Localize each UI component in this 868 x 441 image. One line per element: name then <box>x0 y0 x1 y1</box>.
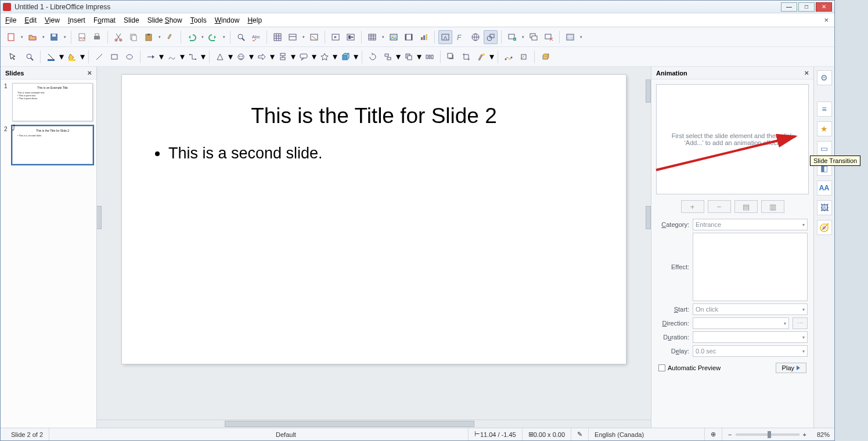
cut-button[interactable] <box>111 30 125 44</box>
animation-move-down-button[interactable]: ▥ <box>761 200 784 213</box>
slide-layout-dropdown[interactable]: ▾ <box>578 30 584 44</box>
save-dropdown[interactable]: ▾ <box>62 30 67 44</box>
start-first-button[interactable] <box>329 30 343 44</box>
animation-move-up-button[interactable]: ▤ <box>734 200 758 213</box>
navigator-tab-icon[interactable]: 🧭 <box>817 220 832 235</box>
new-slide-button[interactable]: + <box>505 30 519 44</box>
insert-av-button[interactable] <box>402 30 416 44</box>
start-current-button[interactable] <box>344 30 358 44</box>
menu-file[interactable]: File <box>5 16 16 24</box>
stars-dropdown[interactable]: ▾ <box>333 51 337 62</box>
paste-dropdown[interactable]: ▾ <box>157 30 162 44</box>
select-tool-button[interactable] <box>4 48 21 66</box>
gluepoints-button[interactable] <box>517 50 531 64</box>
flowchart-dropdown[interactable]: ▾ <box>291 51 296 62</box>
zoom-slider[interactable]: −+ <box>722 428 812 440</box>
menu-edit[interactable]: Edit <box>24 16 37 24</box>
new-button[interactable] <box>4 30 18 44</box>
collapse-handle-left[interactable] <box>97 206 102 229</box>
effect-list[interactable] <box>693 233 808 301</box>
connectors-button[interactable] <box>186 50 200 64</box>
arrange-dropdown[interactable]: ▾ <box>417 51 422 62</box>
filter-dropdown[interactable]: ▾ <box>489 51 494 62</box>
3d-objects-button[interactable] <box>338 50 352 64</box>
menu-insert[interactable]: Insert <box>68 16 85 24</box>
flowchart-button[interactable] <box>276 50 290 64</box>
stars-button[interactable] <box>318 50 332 64</box>
editor-hscrollbar[interactable] <box>97 420 651 428</box>
menu-view[interactable]: View <box>45 16 60 24</box>
basic-shapes-dropdown[interactable]: ▾ <box>228 51 233 62</box>
styles-tab-icon[interactable]: AA <box>817 180 832 196</box>
slide-thumb-2[interactable]: 2 This is the Title for Slide 2 • This i… <box>4 126 93 164</box>
redo-dropdown[interactable]: ▾ <box>221 30 226 44</box>
insert-textbox-button[interactable]: A <box>438 30 452 44</box>
distribute-button[interactable] <box>423 50 437 64</box>
rectangle-button[interactable] <box>107 50 121 64</box>
auto-preview-checkbox[interactable]: Automatic Preview <box>658 364 721 371</box>
start-select[interactable]: On click▾ <box>693 303 808 315</box>
line-color-dropdown[interactable]: ▾ <box>59 51 64 62</box>
undo-button[interactable] <box>185 30 199 44</box>
insert-hyperlink-button[interactable] <box>469 30 482 44</box>
close-button[interactable]: ✕ <box>816 2 832 12</box>
duplicate-slide-button[interactable] <box>527 30 541 44</box>
save-button[interactable] <box>47 30 61 44</box>
zoom-value[interactable]: 82% <box>812 431 830 438</box>
slide-thumb[interactable]: This is the Title for Slide 2 • This is … <box>12 126 93 164</box>
duration-input[interactable]: ▾ <box>693 331 808 343</box>
insert-table-button[interactable] <box>365 30 379 44</box>
new-dropdown[interactable]: ▾ <box>19 30 24 44</box>
slide-thumb[interactable]: This is an Example Title This is some ex… <box>12 83 93 121</box>
slide-canvas[interactable]: This is the Title for Slide 2 This is a … <box>122 75 626 364</box>
gallery-tab-icon[interactable]: 🖼 <box>817 200 832 215</box>
direction-select[interactable]: ▾ <box>693 317 789 329</box>
basic-shapes-button[interactable] <box>213 50 227 64</box>
fit-slide-button[interactable]: ⊕ <box>705 428 722 440</box>
curves-dropdown[interactable]: ▾ <box>180 51 185 62</box>
lines-arrows-dropdown[interactable]: ▾ <box>159 51 164 62</box>
animation-panel-close-icon[interactable]: × <box>804 68 809 77</box>
slide-editor[interactable]: This is the Title for Slide 2 This is a … <box>97 67 651 428</box>
slides-panel-close-icon[interactable]: × <box>87 68 92 77</box>
slide-layout-button[interactable] <box>563 30 577 44</box>
fill-color-dropdown[interactable]: ▾ <box>80 51 85 62</box>
sidebar-settings-icon[interactable]: ⚙ <box>817 70 832 85</box>
slide-title-text[interactable]: This is the Title for Slide 2 <box>157 104 591 128</box>
rotate-button[interactable] <box>366 50 380 64</box>
arrange-button[interactable] <box>402 50 416 64</box>
zoom-tool-button[interactable] <box>23 50 37 64</box>
menu-tools[interactable]: Tools <box>190 16 207 24</box>
open-button[interactable] <box>26 30 39 44</box>
slide-thumb-1[interactable]: 1 This is an Example Title This is some … <box>4 83 93 121</box>
category-select[interactable]: Entrance▾ <box>693 219 808 230</box>
new-slide-dropdown[interactable]: ▾ <box>520 30 525 44</box>
animation-tab-icon[interactable]: ★ <box>817 121 832 136</box>
open-dropdown[interactable]: ▾ <box>41 30 46 44</box>
menu-slide[interactable]: Slide <box>124 16 139 24</box>
lines-arrows-button[interactable] <box>144 50 158 64</box>
animation-effects-list[interactable]: First select the slide element and then … <box>656 84 809 194</box>
line-color-button[interactable] <box>44 50 58 64</box>
master-slide-button[interactable] <box>307 30 321 44</box>
filter-button[interactable] <box>474 50 488 64</box>
insert-table-dropdown[interactable]: ▾ <box>380 30 386 44</box>
callouts-button[interactable] <box>297 50 311 64</box>
menu-slideshow[interactable]: Slide Show <box>147 16 182 24</box>
clone-format-button[interactable] <box>163 30 177 44</box>
align-button[interactable] <box>381 50 395 64</box>
animation-add-button[interactable]: + <box>681 200 704 213</box>
slide-transition-tab-icon[interactable]: ▭ <box>817 141 832 156</box>
block-arrows-button[interactable] <box>255 50 269 64</box>
minimize-button[interactable]: — <box>781 2 797 12</box>
block-arrows-dropdown[interactable]: ▾ <box>270 51 275 62</box>
status-language[interactable]: English (Canada) <box>589 428 705 440</box>
play-button[interactable]: Play <box>776 363 806 373</box>
slide-body-text[interactable]: This is a second slide. <box>157 144 591 162</box>
shadow-button[interactable] <box>444 50 458 64</box>
paste-button[interactable] <box>142 30 156 44</box>
curves-button[interactable] <box>165 50 179 64</box>
delete-slide-button[interactable] <box>542 30 556 44</box>
animation-remove-button[interactable]: − <box>708 200 731 213</box>
spellcheck-button[interactable]: Abc <box>249 30 263 44</box>
